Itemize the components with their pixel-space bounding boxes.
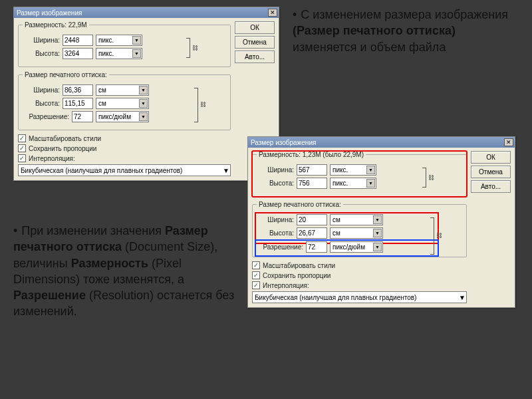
resample-check[interactable]: ✓ Интерполяция: [252, 281, 467, 289]
checkbox-icon: ✓ [252, 281, 260, 289]
chevron-down-icon: ▼ [132, 36, 141, 45]
height-input[interactable] [63, 48, 93, 59]
close-icon[interactable]: ✕ [268, 9, 277, 17]
width-input[interactable] [63, 35, 93, 46]
width-unit-select[interactable]: пикс.▼ [330, 164, 376, 176]
width-label: Ширина: [23, 37, 60, 44]
resolution-unit-select[interactable]: пикс/дюйм▼ [330, 241, 383, 253]
title-bar[interactable]: Размер изображения ✕ [248, 137, 515, 148]
ok-button[interactable]: ОК [471, 151, 511, 164]
doc-height-input[interactable] [297, 227, 327, 239]
checkbox-icon: ✓ [18, 154, 26, 162]
checkbox-icon: ✓ [252, 261, 260, 269]
width-unit-select[interactable]: пикс.▼ [96, 35, 142, 46]
height-unit-select[interactable]: пикс.▼ [96, 48, 142, 59]
document-size-group: Размер печатного оттиска: Ширина: см▼ Вы… [252, 201, 467, 257]
chevron-down-icon: ▼ [139, 86, 148, 94]
title-bar[interactable]: Размер изображения ✕ [14, 7, 279, 18]
doc-height-label: Высота: [257, 229, 294, 237]
auto-button[interactable]: Авто... [471, 180, 511, 193]
image-size-dialog-1: Размер изображения ✕ Размерность: 22,9M … [13, 7, 279, 181]
chain-icon: ⛓ [428, 174, 434, 181]
cancel-button[interactable]: Отмена [235, 36, 275, 49]
doc-width-unit-select[interactable]: см▼ [330, 214, 383, 225]
doc-height-unit-select[interactable]: см▼ [96, 98, 149, 109]
height-input[interactable] [297, 178, 327, 189]
pixel-dimensions-group: Размерность: 1,23M (было 22,9M) Ширина: … [252, 151, 467, 197]
chain-icon: ⛓ [200, 101, 206, 108]
doc-width-input[interactable] [63, 84, 93, 96]
cancel-button[interactable]: Отмена [471, 166, 511, 178]
doc-height-unit-select[interactable]: см▼ [330, 227, 383, 239]
chain-icon: ⛓ [436, 232, 442, 239]
chevron-down-icon: ▼ [373, 229, 382, 237]
interpolation-method-select[interactable]: Бикубическая (наилучшая для плавных град… [18, 164, 231, 176]
doc-width-input[interactable] [297, 214, 327, 225]
chevron-down-icon: ▼ [373, 243, 382, 251]
resolution-input[interactable] [72, 111, 93, 122]
pixel-dimensions-legend: Размерность: 1,23M (было 22,9M) [257, 151, 366, 158]
doc-width-label: Ширина: [257, 216, 294, 223]
checkbox-icon: ✓ [18, 144, 26, 152]
width-label: Ширина: [257, 166, 294, 174]
height-label: Высота: [257, 180, 294, 187]
height-label: Высота: [23, 50, 60, 57]
explanation-text-1: С изменением размера изображения (Размер… [293, 7, 522, 55]
auto-button[interactable]: Авто... [235, 51, 275, 63]
dialog-title: Размер изображения [17, 9, 82, 17]
checkbox-icon: ✓ [252, 271, 260, 279]
width-input[interactable] [297, 164, 327, 176]
resolution-unit-select[interactable]: пикс/дюйм▼ [96, 111, 149, 122]
resolution-input[interactable] [306, 241, 327, 253]
document-size-legend: Размер печатного оттиска: [257, 201, 343, 208]
constrain-proportions-check[interactable]: ✓ Сохранить пропорции [18, 144, 231, 152]
resolution-label: Разрешение: [257, 243, 303, 251]
ok-button[interactable]: ОК [235, 21, 275, 34]
scale-styles-check[interactable]: ✓ Масштабировать стили [252, 261, 467, 269]
document-size-group: Размер печатного оттиска: Ширина: см▼ Вы… [18, 71, 231, 130]
doc-width-label: Ширина: [23, 86, 60, 94]
document-size-legend: Размер печатного оттиска: [23, 71, 109, 78]
doc-height-label: Высота: [23, 100, 60, 107]
checkbox-icon: ✓ [18, 134, 26, 142]
chevron-down-icon: ▼ [139, 99, 148, 108]
interpolation-method-select[interactable]: Бикубическая (наилучшая для плавных град… [252, 291, 467, 303]
chevron-down-icon: ▼ [366, 179, 375, 188]
chain-icon: ⛓ [192, 45, 198, 51]
chevron-down-icon: ▼ [373, 215, 382, 224]
chevron-down-icon: ▼ [139, 112, 148, 121]
explanation-text-2: При изменении значения Размер печатного … [13, 223, 236, 320]
image-size-dialog-2: Размер изображения ✕ Размерность: 1,23M … [247, 136, 515, 308]
resample-check[interactable]: ✓ Интерполяция: [18, 154, 231, 162]
resolution-label: Разрешение: [23, 113, 69, 120]
doc-width-unit-select[interactable]: см▼ [96, 84, 149, 96]
close-icon[interactable]: ✕ [504, 138, 513, 146]
doc-height-input[interactable] [63, 98, 93, 109]
chevron-down-icon: ▼ [366, 166, 375, 174]
chevron-down-icon: ▼ [132, 49, 141, 58]
constrain-proportions-check[interactable]: ✓ Сохранить пропорции [252, 271, 467, 279]
chevron-down-icon: ▼ [223, 167, 229, 174]
pixel-dimensions-legend: Размерность: 22,9M [23, 21, 89, 29]
chevron-down-icon: ▼ [459, 294, 466, 301]
dialog-title: Размер изображения [251, 139, 316, 146]
height-unit-select[interactable]: пикс.▼ [330, 178, 376, 189]
pixel-dimensions-group: Размерность: 22,9M Ширина: пикс.▼ Высота… [18, 21, 231, 67]
scale-styles-check[interactable]: ✓ Масштабировать стили [18, 134, 231, 142]
